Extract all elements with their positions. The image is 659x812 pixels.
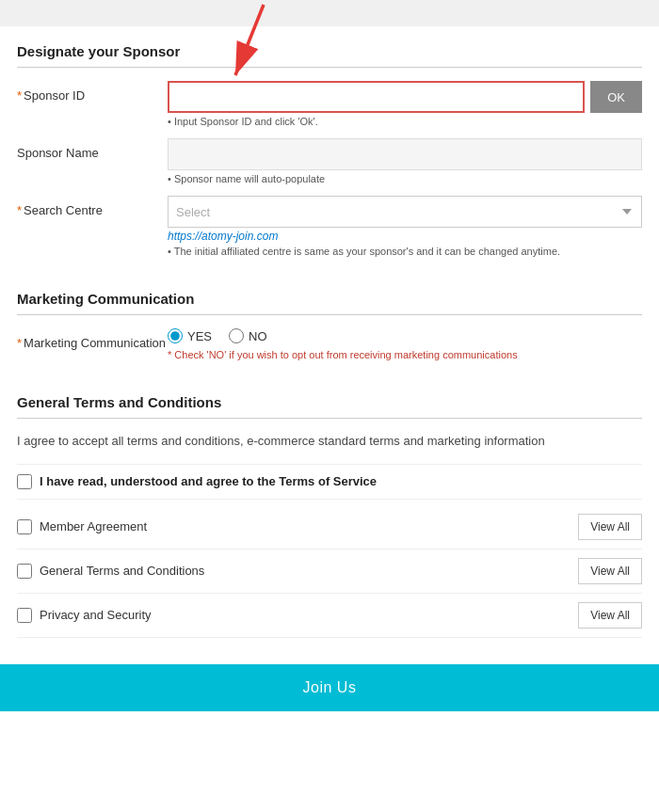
required-star-3: * — [17, 336, 22, 350]
terms-section-title: General Terms and Conditions — [17, 394, 642, 419]
marketing-yes-radio[interactable] — [168, 328, 183, 343]
general-terms-label: General Terms and Conditions — [40, 564, 204, 578]
sponsor-id-hint: Input Sponsor ID and click 'Ok'. — [168, 116, 642, 127]
term-item-privacy: Privacy and Security View All — [17, 594, 642, 638]
marketing-yes-label[interactable]: YES — [168, 328, 212, 343]
privacy-view-all[interactable]: View All — [578, 602, 642, 629]
required-star-2: * — [17, 203, 22, 217]
search-centre-row: *Search Centre Select https://atomy-join… — [17, 196, 642, 257]
agree-checkbox[interactable] — [17, 474, 32, 489]
general-terms-view-all[interactable]: View All — [578, 558, 642, 584]
term-item-general-terms: General Terms and Conditions View All — [17, 549, 642, 594]
term-item-left-privacy: Privacy and Security — [17, 608, 152, 623]
top-bar — [0, 0, 659, 26]
search-centre-hint: The initial affiliated centre is same as… — [168, 246, 642, 257]
marketing-field-wrap: YES NO * Check 'NO' if you wish to opt o… — [168, 328, 642, 360]
privacy-label: Privacy and Security — [40, 608, 152, 622]
marketing-row: *Marketing Communication YES NO * Check … — [17, 328, 642, 360]
marketing-no-text: NO — [249, 329, 267, 343]
ok-button[interactable]: OK — [590, 81, 642, 113]
terms-section: General Terms and Conditions I agree to … — [0, 381, 659, 647]
designate-sponsor-section: Designate your Sponsor *Sponsor ID OK In… — [0, 26, 659, 278]
sponsor-name-label: Sponsor Name — [17, 138, 168, 162]
page-wrapper: Designate your Sponsor *Sponsor ID OK In… — [0, 0, 659, 711]
sponsor-id-input[interactable] — [168, 81, 585, 113]
sponsor-id-input-group: OK — [168, 81, 642, 113]
term-item-left-general: General Terms and Conditions — [17, 564, 204, 579]
member-agreement-checkbox[interactable] — [17, 519, 32, 534]
marketing-no-label[interactable]: NO — [229, 328, 267, 343]
sponsor-id-field-wrap: OK Input Sponsor ID and click 'Ok'. — [168, 81, 642, 127]
sponsor-name-row: Sponsor Name Sponsor name will auto-popu… — [17, 138, 642, 184]
member-agreement-label: Member Agreement — [40, 519, 147, 533]
sponsor-id-label: *Sponsor ID — [17, 81, 168, 104]
agree-label-text: I have read, understood and agree to the… — [40, 474, 377, 488]
marketing-yes-text: YES — [187, 329, 212, 343]
privacy-checkbox[interactable] — [17, 608, 32, 623]
term-item-member-agreement: Member Agreement View All — [17, 505, 642, 549]
sponsor-name-input — [168, 138, 642, 170]
search-centre-label: *Search Centre — [17, 196, 168, 219]
marketing-warn-text: * Check 'NO' if you wish to opt out from… — [168, 349, 642, 360]
member-agreement-view-all[interactable]: View All — [578, 514, 642, 540]
designate-sponsor-title: Designate your Sponsor — [17, 43, 642, 68]
marketing-no-radio[interactable] — [229, 328, 244, 343]
join-us-bar[interactable]: Join Us — [0, 664, 659, 711]
marketing-radio-group: YES NO — [168, 328, 642, 343]
join-us-text: Join Us — [303, 679, 357, 696]
required-star: * — [17, 88, 22, 103]
term-item-left-member: Member Agreement — [17, 519, 147, 534]
general-terms-checkbox[interactable] — [17, 564, 32, 579]
sponsor-id-row: *Sponsor ID OK Input Sponsor ID and clic… — [17, 81, 642, 127]
watermark-text: https://atomy-join.com — [168, 230, 642, 243]
search-centre-select[interactable]: Select — [168, 196, 642, 228]
marketing-label: *Marketing Communication — [17, 328, 168, 352]
terms-intro-text: I agree to accept all terms and conditio… — [17, 432, 642, 451]
sponsor-name-hint: Sponsor name will auto-populate — [168, 173, 642, 184]
marketing-section-title: Marketing Communication — [17, 291, 642, 315]
search-centre-field-wrap: Select https://atomy-join.com The initia… — [168, 196, 642, 257]
sponsor-name-field-wrap: Sponsor name will auto-populate — [168, 138, 642, 184]
agree-row: I have read, understood and agree to the… — [17, 464, 642, 500]
marketing-section: Marketing Communication *Marketing Commu… — [0, 278, 659, 381]
